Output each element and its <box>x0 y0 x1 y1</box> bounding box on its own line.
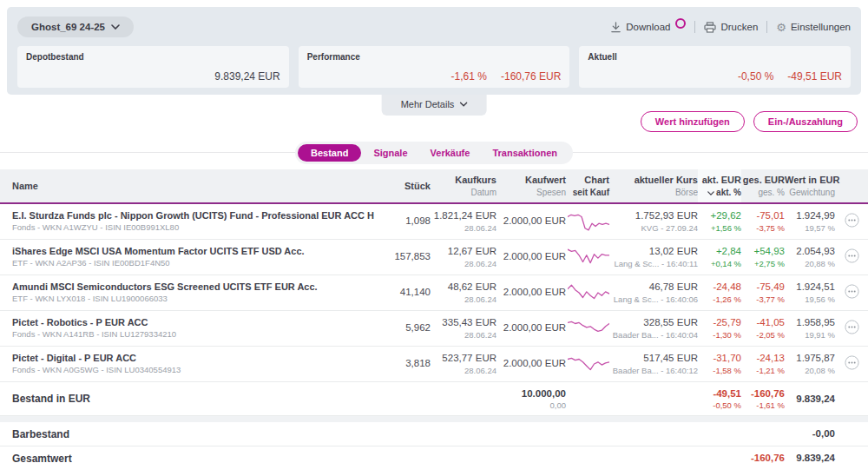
gewichtung-value: 20,08 % <box>785 366 835 376</box>
kurs-value: 13,02 EUR <box>609 245 698 259</box>
bestand-ges-pct: -1,61 % <box>741 400 785 411</box>
akt-eur-value: -31,70 <box>698 352 741 366</box>
instrument-name[interactable]: E.I. Sturdza Funds plc - Nippon Growth (… <box>12 209 394 222</box>
col-name[interactable]: Name <box>12 180 394 193</box>
kaufwert-value: 2.000,00 EUR <box>496 215 566 228</box>
row-menu-button[interactable] <box>845 213 859 228</box>
add-asset-button[interactable]: Wert hinzufügen <box>641 111 745 132</box>
tab-verkaeufe[interactable]: Verkäufe <box>420 144 481 162</box>
sparkline-chart <box>566 317 609 340</box>
col-kaufkurs[interactable]: Kaufkurs <box>431 174 496 187</box>
wert-value: 2.054,93 <box>785 245 835 259</box>
akt-eur-value: +2,84 <box>698 245 741 259</box>
row-menu-button[interactable] <box>845 284 859 299</box>
gewichtung-value: 19,91 % <box>785 330 835 341</box>
bestand-ges: -160,76 <box>741 387 785 400</box>
kurs-value: 517,45 EUR <box>609 352 698 366</box>
kaufkurs-value: 48,62 EUR <box>431 281 496 294</box>
akt-pct-value: -1,30 % <box>698 330 741 341</box>
card-label: Depotbestand <box>26 52 280 62</box>
tab-bestand[interactable]: Bestand <box>298 144 361 162</box>
sort-chevron-icon <box>707 187 714 198</box>
kaufwert-value: 2.000,00 EUR <box>496 357 566 371</box>
bestand-wert: 9.839,24 <box>785 392 835 406</box>
kaufkurs-value: 523,77 EUR <box>431 352 496 366</box>
bestand-akt: -49,51 <box>698 387 741 400</box>
chevron-down-icon <box>111 24 120 30</box>
col-stueck[interactable]: Stück <box>394 180 431 193</box>
instrument-name[interactable]: iShares Edge MSCI USA Momentum Factor UC… <box>12 245 394 258</box>
section-divider <box>0 416 868 422</box>
sorted-column-header[interactable]: akt. EUR akt. % <box>698 169 741 202</box>
ges-pct-value: -3,77 % <box>741 294 785 305</box>
sparkline-chart <box>566 210 609 233</box>
portfolio-selector-dropdown[interactable]: Ghost_69 24-25 <box>17 17 134 37</box>
kurs-value: 328,55 EUR <box>609 316 698 330</box>
instrument-meta: Fonds - WKN A141RB - ISIN LU1279334210 <box>12 329 394 340</box>
ges-pct-value: -3,75 % <box>741 223 785 234</box>
tab-transaktionen[interactable]: Transaktionen <box>482 144 568 162</box>
tab-group: Bestand Signale Verkäufe Transaktionen <box>295 142 573 164</box>
print-button[interactable]: Drucken <box>704 22 758 33</box>
card-depotbestand: Depotbestand 9.839,24 EUR <box>17 46 289 88</box>
gewichtung-value: 19,57 % <box>785 223 835 234</box>
notification-badge <box>675 18 686 29</box>
deposit-withdraw-button[interactable]: Ein-/Auszahlung <box>753 111 858 132</box>
settings-button[interactable]: ⚙ Einstellungen <box>776 21 851 34</box>
ges-eur-value: -41,05 <box>741 316 785 330</box>
col-datum: Datum <box>431 187 496 198</box>
card-aktuell: Aktuell -0,50 % -49,51 EUR <box>579 46 851 88</box>
instrument-name[interactable]: Amundi MSCI Semiconductors ESG Screened … <box>12 281 394 294</box>
kaufwert-value: 2.000,00 EUR <box>496 250 566 264</box>
akt-pct-value: -1,58 % <box>698 366 741 376</box>
mehr-details-button[interactable]: Mehr Details <box>382 95 487 116</box>
stueck-value: 1,098 <box>394 215 431 228</box>
col-akt-eur: akt. EUR <box>698 174 741 187</box>
gewichtung-value: 19,56 % <box>785 294 835 305</box>
col-seit-kauf: seit Kauf <box>566 187 609 198</box>
summary-row-barbestand: Barbestand -0,00 <box>0 422 868 446</box>
boerse-value: KVG - 27.09.24 <box>609 223 698 234</box>
akt-eur-value: -24,48 <box>698 281 741 294</box>
ges-eur-value: -24,13 <box>741 352 785 366</box>
col-ges-pct: ges. % <box>741 187 785 198</box>
divider <box>694 21 695 33</box>
wert-value: 1.975,87 <box>785 352 835 366</box>
col-kaufwert[interactable]: Kaufwert <box>496 174 566 187</box>
kauf-datum: 28.06.24 <box>431 259 496 269</box>
download-button[interactable]: Download <box>610 22 686 33</box>
row-menu-button[interactable] <box>845 248 859 263</box>
gesamtwert-label: Gesamtwert <box>12 453 394 463</box>
aktuell-percent: -0,50 % <box>738 70 773 83</box>
instrument-name[interactable]: Pictet - Digital - P EUR ACC <box>12 352 394 365</box>
row-menu-button[interactable] <box>845 355 859 370</box>
col-wert[interactable]: Wert in EUR <box>785 174 835 187</box>
sparkline-chart <box>566 353 609 375</box>
ges-pct-value: +2,75 % <box>741 259 785 269</box>
mehr-details-label: Mehr Details <box>401 99 455 109</box>
row-menu-button[interactable] <box>845 320 859 334</box>
portfolio-action-buttons: Wert hinzufügen Ein-/Auszahlung <box>641 111 858 132</box>
col-ges-eur[interactable]: ges. EUR <box>741 174 785 187</box>
printer-icon <box>704 22 716 33</box>
table-row: iShares Edge MSCI USA Momentum Factor UC… <box>0 240 868 275</box>
depotbestand-value: 9.839,24 EUR <box>214 70 279 83</box>
settings-label: Einstellungen <box>791 22 851 32</box>
tab-signale[interactable]: Signale <box>363 144 418 162</box>
sparkline-chart <box>566 246 609 268</box>
stueck-value: 41,140 <box>394 286 431 300</box>
kauf-datum: 28.06.24 <box>431 366 496 376</box>
barbestand-wert: -0,00 <box>785 427 835 440</box>
instrument-name[interactable]: Pictet - Robotics - P EUR ACC <box>12 316 394 329</box>
bestand-akt-pct: -0,50 % <box>698 400 741 411</box>
kurs-value: 1.752,93 EUR <box>609 209 698 223</box>
boerse-value: Lang & Sc... - 16:40:11 <box>609 259 698 269</box>
col-aktueller-kurs[interactable]: aktueller Kurs <box>609 174 698 187</box>
instrument-meta: ETF - WKN A2AP36 - ISIN IE00BD1F4N50 <box>12 258 394 268</box>
download-label: Download <box>626 22 670 32</box>
sub-band-area: Mehr Details Wert hinzufügen Ein-/Auszah… <box>0 95 868 136</box>
ges-eur-value: -75,01 <box>741 209 785 223</box>
summary-row-bestand: Bestand in EUR 10.000,000,00 -49,51-0,50… <box>0 382 868 416</box>
bestand-kaufwert: 10.000,00 <box>496 387 566 400</box>
kauf-datum: 28.06.24 <box>431 330 496 341</box>
